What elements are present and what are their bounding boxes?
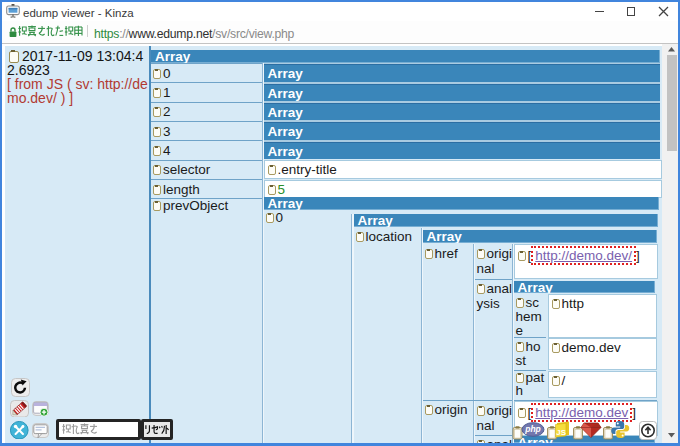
svg-text:JS: JS: [556, 428, 566, 437]
svg-text:php: php: [524, 424, 541, 434]
